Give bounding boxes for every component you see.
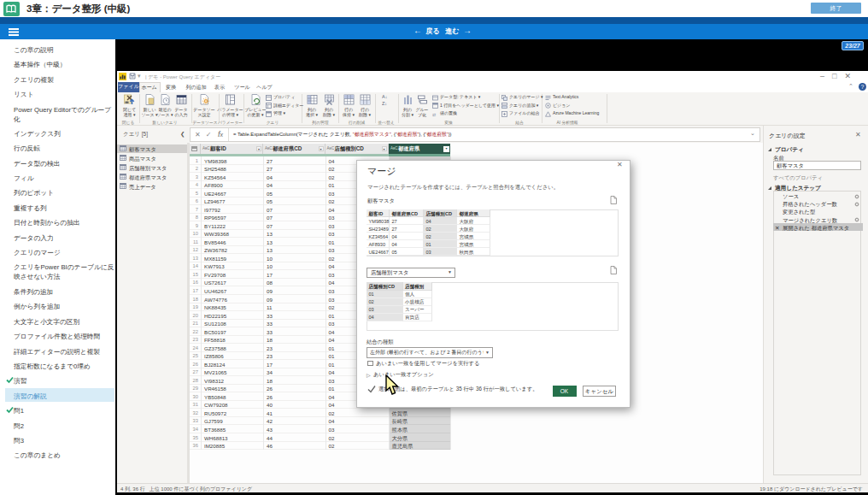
- svg-text:⇄: ⇄: [432, 112, 436, 117]
- svg-text:A↓: A↓: [382, 94, 388, 99]
- svg-text:Z↓: Z↓: [382, 101, 387, 106]
